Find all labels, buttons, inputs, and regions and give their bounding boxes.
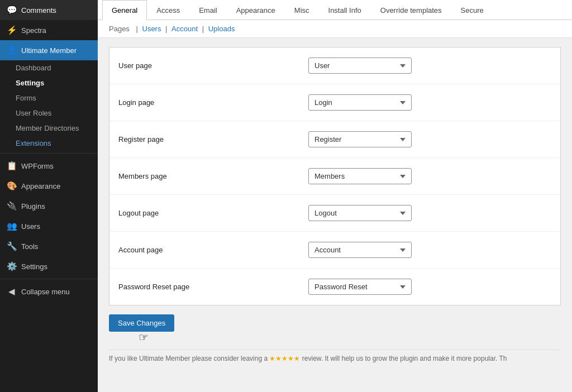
logout-page-row: Logout page Logout User Members Register… xyxy=(109,195,560,232)
users-icon: 👥 xyxy=(7,221,17,231)
sub-nav-users-link[interactable]: Users xyxy=(142,25,161,33)
settings-panel: User page User Members Register Login Ac… xyxy=(109,47,561,305)
sidebar-subitem-forms[interactable]: Forms xyxy=(0,90,98,106)
sidebar-subitem-settings[interactable]: Settings xyxy=(0,75,98,90)
password-reset-page-select[interactable]: Password Reset User Members Register Log… xyxy=(308,279,412,295)
sidebar-subitem-user-roles[interactable]: User Roles xyxy=(0,106,98,121)
subitem-label: Dashboard xyxy=(16,64,51,72)
sidebar-item-label: Appearance xyxy=(21,182,60,190)
tab-override-templates[interactable]: Override templates xyxy=(371,0,451,20)
footer-text: If you like Ultimate Member please consi… xyxy=(109,350,561,362)
user-page-control: User Members Register Login Account xyxy=(308,58,551,74)
user-page-row: User page User Members Register Login Ac… xyxy=(109,47,560,84)
tab-misc[interactable]: Misc xyxy=(285,0,319,20)
sidebar-item-label: Users xyxy=(21,222,40,231)
footer-after: review. It will help us to grow the plug… xyxy=(300,355,507,362)
password-reset-page-control: Password Reset User Members Register Log… xyxy=(308,279,551,295)
footer-review-link[interactable]: ★★★★★ xyxy=(269,355,300,362)
members-page-row: Members page Members User Register Login… xyxy=(109,158,560,195)
cursor-pointer-icon: ☞ xyxy=(139,331,149,344)
main-content: General Access Email Appearance Misc Ins… xyxy=(98,0,572,392)
sidebar: 💬 Comments ⚡ Spectra 👤 Ultimate Member D… xyxy=(0,0,98,392)
tab-email[interactable]: Email xyxy=(189,0,227,20)
sidebar-item-label: Ultimate Member xyxy=(21,46,77,55)
sidebar-item-label: WPForms xyxy=(21,162,54,170)
tools-icon: 🔧 xyxy=(7,241,17,251)
account-page-control: Account User Members Register Login xyxy=(308,242,551,258)
subitem-label: Extensions xyxy=(16,139,51,147)
sub-nav: Pages | Users | Account | Uploads xyxy=(98,20,572,38)
account-page-select[interactable]: Account User Members Register Login xyxy=(308,242,412,258)
save-area: Save Changes ☞ xyxy=(109,305,561,341)
login-page-control: Login User Members Register Account xyxy=(308,94,551,111)
register-page-control: Register User Members Login Account xyxy=(308,131,551,147)
footer-stars: ★★★★★ xyxy=(269,355,300,362)
sidebar-item-wpforms[interactable]: 📋 WPForms xyxy=(0,156,98,176)
ultimate-member-icon: 👤 xyxy=(7,45,17,55)
spectra-icon: ⚡ xyxy=(7,25,17,35)
subitem-label: Forms xyxy=(16,94,36,102)
sidebar-item-plugins[interactable]: 🔌 Plugins xyxy=(0,196,98,216)
tab-secure[interactable]: Secure xyxy=(451,0,493,20)
sidebar-item-label: Settings xyxy=(21,262,47,271)
sidebar-item-tools[interactable]: 🔧 Tools xyxy=(0,236,98,256)
sidebar-item-label: Comments xyxy=(21,6,56,15)
subitem-label: Member Directories xyxy=(16,124,79,132)
logout-page-label: Logout page xyxy=(118,209,308,217)
sidebar-item-label: Tools xyxy=(21,242,38,251)
sub-nav-uploads-link[interactable]: Uploads xyxy=(208,25,235,33)
collapse-icon: ◀ xyxy=(7,286,17,297)
settings-content: User page User Members Register Login Ac… xyxy=(98,38,572,392)
user-page-label: User page xyxy=(118,61,308,70)
sidebar-item-spectra[interactable]: ⚡ Spectra xyxy=(0,20,98,40)
login-page-row: Login page Login User Members Register A… xyxy=(109,84,560,121)
account-page-row: Account page Account User Members Regist… xyxy=(109,232,560,269)
sidebar-item-collapse[interactable]: ◀ Collapse menu xyxy=(0,281,98,302)
footer-before: If you like Ultimate Member please consi… xyxy=(109,355,269,362)
sidebar-item-ultimate-member[interactable]: 👤 Ultimate Member xyxy=(0,40,98,60)
sidebar-item-label: Plugins xyxy=(21,202,45,211)
sidebar-subitem-member-directories[interactable]: Member Directories xyxy=(0,121,98,136)
register-page-row: Register page Register User Members Logi… xyxy=(109,121,560,158)
members-page-select[interactable]: Members User Register Login Account xyxy=(308,168,412,184)
register-page-label: Register page xyxy=(118,135,308,144)
comments-icon: 💬 xyxy=(7,5,17,15)
user-page-select[interactable]: User Members Register Login Account xyxy=(308,58,412,74)
sub-nav-account-link[interactable]: Account xyxy=(171,25,198,33)
members-page-label: Members page xyxy=(118,172,308,180)
subitem-label: User Roles xyxy=(16,109,51,117)
wpforms-icon: 📋 xyxy=(7,161,17,171)
tab-access[interactable]: Access xyxy=(147,0,189,20)
password-reset-page-row: Password Reset page Password Reset User … xyxy=(109,269,560,305)
sidebar-item-label: Collapse menu xyxy=(21,288,70,296)
tab-bar: General Access Email Appearance Misc Ins… xyxy=(98,0,572,20)
plugins-icon: 🔌 xyxy=(7,201,17,211)
sidebar-item-settings-main[interactable]: ⚙️ Settings xyxy=(0,256,98,276)
sidebar-item-label: Spectra xyxy=(21,26,46,35)
login-page-label: Login page xyxy=(118,98,308,107)
register-page-select[interactable]: Register User Members Login Account xyxy=(308,131,412,147)
logout-page-select[interactable]: Logout User Members Register Login xyxy=(308,205,412,221)
account-page-label: Account page xyxy=(118,246,308,254)
tab-install-info[interactable]: Install Info xyxy=(319,0,371,20)
settings-icon: ⚙️ xyxy=(7,261,17,271)
members-page-control: Members User Register Login Account xyxy=(308,168,551,184)
sidebar-item-users[interactable]: 👥 Users xyxy=(0,216,98,236)
save-button-container: Save Changes ☞ xyxy=(109,314,174,332)
sidebar-subitem-dashboard[interactable]: Dashboard xyxy=(0,60,98,75)
logout-page-control: Logout User Members Register Login xyxy=(308,205,551,221)
login-page-select[interactable]: Login User Members Register Account xyxy=(308,94,412,111)
appearance-icon: 🎨 xyxy=(7,181,17,191)
sidebar-subitem-extensions[interactable]: Extensions xyxy=(0,136,98,151)
tab-general[interactable]: General xyxy=(102,0,147,20)
subitem-label: Settings xyxy=(16,79,44,87)
save-changes-button[interactable]: Save Changes xyxy=(109,314,174,332)
sidebar-item-appearance[interactable]: 🎨 Appearance xyxy=(0,176,98,196)
password-reset-page-label: Password Reset page xyxy=(118,283,308,291)
sidebar-item-comments[interactable]: 💬 Comments xyxy=(0,0,98,20)
sub-nav-current: Pages xyxy=(109,25,130,33)
tab-appearance[interactable]: Appearance xyxy=(227,0,285,20)
